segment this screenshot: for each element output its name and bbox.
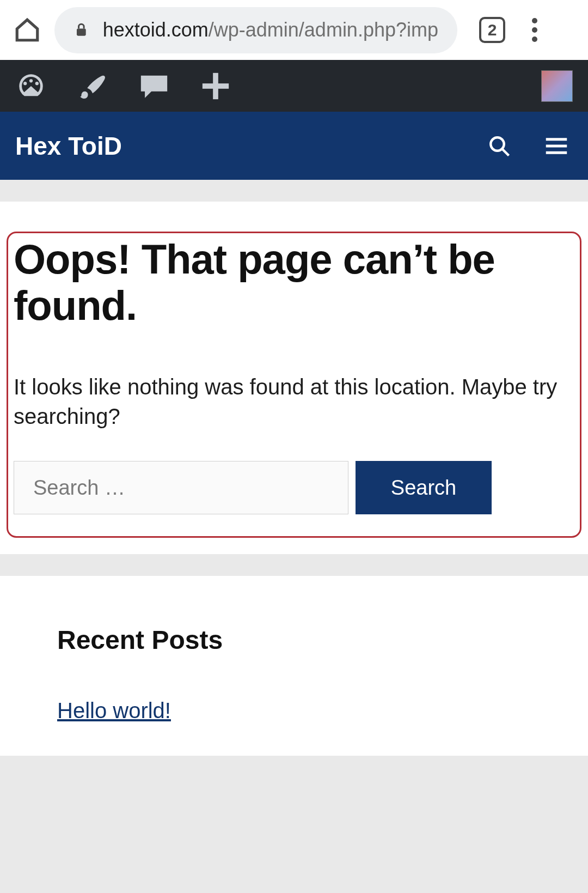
home-icon	[14, 16, 41, 44]
main-content: Oops! That page can’t be found. It looks…	[0, 202, 588, 554]
url-text: hextoid.com/wp-admin/admin.php?imp	[103, 19, 438, 41]
svg-point-3	[532, 37, 537, 42]
browser-chrome: hextoid.com/wp-admin/admin.php?imp 2	[0, 0, 588, 60]
lock-icon	[74, 21, 89, 39]
svg-point-5	[23, 82, 27, 85]
svg-rect-0	[77, 29, 86, 36]
tab-count-value: 2	[488, 21, 497, 39]
error-heading: Oops! That page can’t be found.	[14, 236, 574, 329]
header-search-button[interactable]	[483, 130, 516, 162]
recent-posts-heading: Recent Posts	[57, 625, 531, 655]
overflow-menu-button[interactable]	[522, 17, 548, 43]
overflow-icon	[532, 18, 537, 42]
home-button[interactable]	[11, 14, 44, 46]
svg-point-9	[491, 137, 504, 151]
svg-point-1	[532, 18, 537, 23]
svg-point-6	[35, 82, 39, 85]
error-message: It looks like nothing was found at this …	[14, 372, 574, 431]
plus-icon	[200, 70, 231, 102]
avatar[interactable]	[541, 70, 573, 102]
hamburger-menu-button[interactable]	[540, 130, 573, 162]
dashboard-button[interactable]	[15, 70, 47, 102]
add-new-button[interactable]	[200, 70, 231, 102]
divider	[0, 180, 588, 202]
search-input[interactable]	[14, 461, 348, 514]
recent-posts-section: Recent Posts Hello world!	[0, 576, 588, 756]
url-path: /wp-admin/admin.php?imp	[209, 19, 438, 41]
svg-point-2	[532, 27, 537, 33]
wp-admin-bar	[0, 60, 588, 112]
search-form: Search	[14, 461, 574, 514]
divider	[0, 554, 588, 576]
comment-icon	[138, 72, 170, 100]
svg-line-10	[502, 149, 509, 155]
hamburger-icon	[545, 137, 568, 155]
tabs-button[interactable]: 2	[479, 17, 505, 43]
search-button[interactable]: Search	[356, 461, 492, 514]
customize-button[interactable]	[77, 70, 108, 102]
recent-post-link[interactable]: Hello world!	[57, 698, 171, 722]
site-header: Hex ToiD	[0, 112, 588, 180]
search-icon	[488, 135, 511, 157]
dashboard-icon	[15, 70, 47, 102]
comments-button[interactable]	[138, 70, 170, 102]
url-bar[interactable]: hextoid.com/wp-admin/admin.php?imp	[54, 7, 457, 53]
url-host: hextoid.com	[103, 19, 209, 41]
site-title[interactable]: Hex ToiD	[15, 131, 458, 161]
svg-point-4	[29, 79, 33, 82]
error-404-box: Oops! That page can’t be found. It looks…	[7, 232, 581, 538]
brush-icon	[77, 70, 108, 102]
svg-rect-8	[203, 83, 229, 89]
